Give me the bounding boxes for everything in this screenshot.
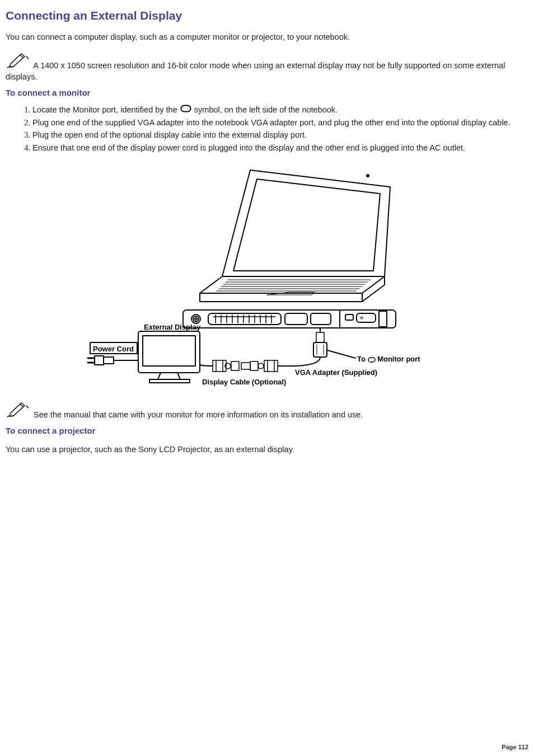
label-external-display: External Display xyxy=(144,322,200,332)
label-to-monitor-port: To Monitor port xyxy=(357,354,420,364)
steps-list: Locate the Monitor port, identified by t… xyxy=(6,104,528,154)
svg-rect-6 xyxy=(208,313,281,325)
monitor-port-icon xyxy=(180,105,191,116)
step-3: Plug the open end of the optional displa… xyxy=(32,129,528,141)
label-display-cable: Display Cable (Optional) xyxy=(202,377,286,387)
svg-rect-45 xyxy=(95,356,104,365)
svg-line-40 xyxy=(327,350,355,358)
svg-rect-44 xyxy=(104,357,114,364)
svg-point-1 xyxy=(367,175,369,177)
svg-rect-33 xyxy=(250,361,258,370)
svg-rect-0 xyxy=(181,106,190,112)
svg-rect-24 xyxy=(379,311,387,327)
note-manual-text: See the manual that came with your monit… xyxy=(31,410,363,419)
svg-point-5 xyxy=(195,318,197,320)
heading-connect-projector: To connect a projector xyxy=(6,425,528,436)
label-power-cord: Power Cord xyxy=(93,344,134,354)
note-icon xyxy=(6,51,30,72)
note-resolution: A 1400 x 1050 screen resolution and 16-b… xyxy=(6,51,528,82)
step-2: Plug one end of the supplied VGA adapter… xyxy=(32,117,528,129)
svg-rect-34 xyxy=(241,363,250,369)
svg-rect-43 xyxy=(149,379,190,383)
projector-paragraph: You can use a projector, such as the Son… xyxy=(6,444,528,456)
svg-point-23 xyxy=(360,317,363,319)
svg-rect-49 xyxy=(368,358,375,362)
step-1-text-a: Locate the Monitor port, identified by t… xyxy=(32,105,180,114)
svg-rect-26 xyxy=(313,342,327,357)
svg-rect-42 xyxy=(143,336,195,366)
svg-point-32 xyxy=(258,363,264,369)
svg-rect-35 xyxy=(231,361,239,370)
svg-rect-22 xyxy=(357,313,376,322)
note-manual: See the manual that came with your monit… xyxy=(6,401,528,421)
step-1-text-b: symbol, on the left side of the notebook… xyxy=(192,105,338,114)
svg-rect-29 xyxy=(264,360,278,372)
svg-rect-20 xyxy=(311,313,331,325)
svg-point-4 xyxy=(193,316,199,322)
label-vga-adapter: VGA Adapter (Supplied) xyxy=(295,368,377,378)
heading-connect-monitor: To connect a monitor xyxy=(6,87,528,98)
svg-rect-2 xyxy=(183,310,396,328)
page-title: Connecting an External Display xyxy=(6,8,528,24)
svg-rect-19 xyxy=(285,313,307,325)
note-icon xyxy=(6,401,30,421)
step-1: Locate the Monitor port, identified by t… xyxy=(32,104,528,116)
step-4: Ensure that one end of the display power… xyxy=(32,142,528,154)
svg-rect-25 xyxy=(316,332,324,342)
svg-rect-37 xyxy=(213,360,226,372)
intro-paragraph: You can connect a computer display, such… xyxy=(6,32,528,43)
note-resolution-text: A 1400 x 1050 screen resolution and 16-b… xyxy=(6,61,505,81)
connection-diagram: External Display Power Cord To Monitor p… xyxy=(6,165,528,392)
svg-rect-21 xyxy=(345,314,353,320)
